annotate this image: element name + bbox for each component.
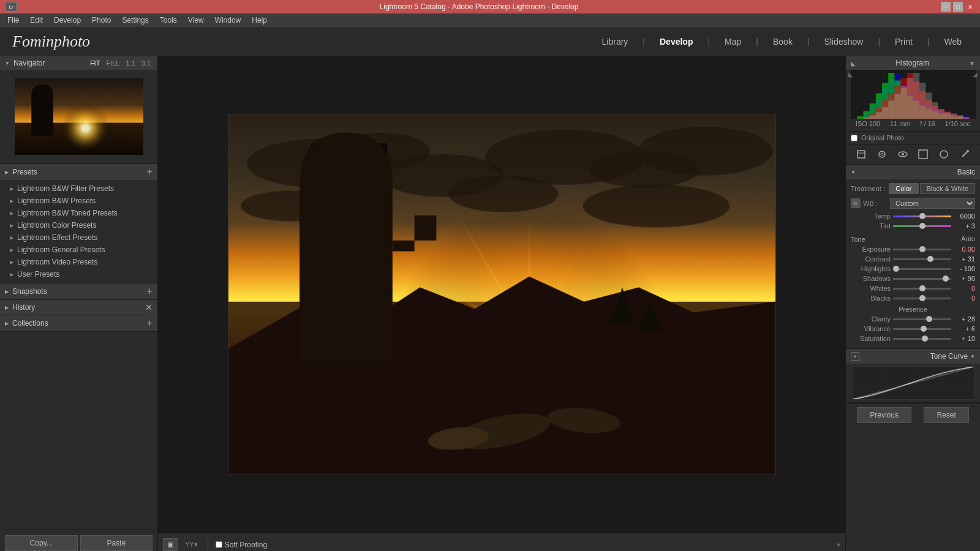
nav-fit-btn[interactable]: FIT bbox=[88, 59, 102, 67]
maximize-button[interactable]: □ bbox=[953, 2, 963, 12]
preset-label: User Presets bbox=[17, 270, 59, 279]
tone-curve-canvas[interactable] bbox=[852, 366, 974, 400]
focal-length-label: 11 mm bbox=[890, 120, 911, 127]
toolbar-expand-icon[interactable]: ▾ bbox=[837, 541, 840, 549]
nav-print[interactable]: Print bbox=[889, 34, 919, 49]
minimize-button[interactable]: ─ bbox=[941, 2, 951, 12]
menu-view[interactable]: View bbox=[183, 15, 209, 26]
list-item[interactable]: ▶ Lightroom B&W Filter Presets bbox=[0, 182, 157, 195]
wb-select[interactable]: Custom bbox=[890, 198, 975, 209]
list-item[interactable]: ▶ Lightroom General Presets bbox=[0, 244, 157, 256]
histogram-header[interactable]: ◣ Histogram ▼ bbox=[846, 56, 980, 70]
navigator-header[interactable]: ▼ Navigator FIT FILL 1:1 3:1 bbox=[0, 56, 157, 70]
blacks-slider[interactable] bbox=[893, 298, 951, 299]
auto-btn[interactable]: Auto bbox=[961, 235, 975, 242]
preset-label: Lightroom Color Presets bbox=[17, 221, 96, 230]
snapshots-title: Snapshots bbox=[12, 287, 47, 296]
titlebar: Lr Lightroom 5 Catalog - Adobe Photoshop… bbox=[0, 0, 980, 13]
list-item[interactable]: ▶ Lightroom B&W Toned Presets bbox=[0, 207, 157, 219]
menu-photo[interactable]: Photo bbox=[87, 15, 116, 26]
color-treatment-btn[interactable]: Color bbox=[889, 183, 918, 194]
copy-button[interactable]: Copy... bbox=[5, 535, 78, 551]
nav-slideshow[interactable]: Slideshow bbox=[818, 34, 870, 49]
shadows-slider[interactable] bbox=[893, 278, 951, 280]
grad-filter-icon[interactable] bbox=[916, 147, 930, 162]
list-item[interactable]: ▶ User Presets bbox=[0, 268, 157, 280]
history-header[interactable]: ▶ History ✕ bbox=[0, 300, 157, 315]
nav-book[interactable]: Book bbox=[767, 34, 799, 49]
close-button[interactable]: ✕ bbox=[965, 2, 975, 12]
clarity-slider-row: Clarity + 28 bbox=[851, 315, 975, 323]
list-item[interactable]: ▶ Lightroom Effect Presets bbox=[0, 231, 157, 244]
spot-removal-icon[interactable] bbox=[875, 147, 889, 162]
list-item[interactable]: ▶ Lightroom Color Presets bbox=[0, 219, 157, 231]
preset-label: Lightroom Effect Presets bbox=[17, 233, 97, 242]
menu-develop[interactable]: Develop bbox=[49, 15, 86, 26]
nav-1to1-btn[interactable]: 1:1 bbox=[124, 59, 137, 67]
nav-3to1-btn[interactable]: 3:1 bbox=[140, 59, 153, 67]
right-panel: ◣ Histogram ▼ ◣ ◢ ISO 100 11 mm f / 16 1… bbox=[845, 56, 980, 551]
adjustment-brush-icon[interactable] bbox=[957, 147, 972, 162]
window-controls: ─ □ ✕ bbox=[941, 2, 975, 12]
menu-help[interactable]: Help bbox=[247, 15, 272, 26]
nav-fill-btn[interactable]: FILL bbox=[104, 59, 121, 67]
preset-arrow-icon: ▶ bbox=[10, 247, 13, 253]
history-close-btn[interactable]: ✕ bbox=[145, 302, 153, 312]
saturation-slider[interactable] bbox=[893, 338, 951, 340]
menu-edit[interactable]: Edit bbox=[25, 15, 48, 26]
whites-slider[interactable] bbox=[893, 288, 951, 290]
radial-filter-icon[interactable] bbox=[937, 147, 951, 162]
nav-develop[interactable]: Develop bbox=[654, 34, 699, 49]
contrast-slider[interactable] bbox=[893, 258, 951, 260]
soft-proof-toggle[interactable]: Soft Proofing bbox=[216, 541, 267, 549]
histogram-expand-icon[interactable]: ▼ bbox=[969, 60, 975, 67]
nav-library[interactable]: Library bbox=[596, 34, 635, 49]
view-mode-button[interactable]: ▣ bbox=[163, 538, 178, 551]
vibrance-slider[interactable] bbox=[893, 328, 951, 330]
soft-proof-checkbox[interactable] bbox=[216, 541, 222, 548]
tone-curve-point-icon[interactable]: ● bbox=[851, 352, 859, 361]
crop-tool-icon[interactable] bbox=[854, 147, 869, 162]
clarity-slider[interactable] bbox=[893, 318, 951, 320]
redeye-icon[interactable] bbox=[895, 147, 910, 162]
highlights-slider[interactable] bbox=[893, 268, 951, 270]
snapshots-add-btn[interactable]: + bbox=[147, 286, 153, 297]
histogram-info: ISO 100 11 mm f / 16 1/10 sec bbox=[846, 119, 980, 129]
temp-slider[interactable] bbox=[893, 216, 951, 217]
tone-curve-header[interactable]: ● Tone Curve ▼ bbox=[846, 349, 980, 364]
tint-slider[interactable] bbox=[893, 225, 951, 227]
snapshots-header[interactable]: ▶ Snapshots + bbox=[0, 283, 157, 299]
treatment-row: Treatment : Color Black & White bbox=[851, 183, 975, 194]
center-panel: ▣ YY▾ Soft Proofing ▾ bbox=[158, 56, 845, 551]
presets-add-btn[interactable]: + bbox=[147, 167, 153, 178]
menu-window[interactable]: Window bbox=[210, 15, 246, 26]
preset-label: Lightroom B&W Filter Presets bbox=[17, 184, 114, 193]
collections-collapse-icon: ▶ bbox=[5, 321, 9, 326]
menu-tools[interactable]: Tools bbox=[155, 15, 182, 26]
collections-add-btn[interactable]: + bbox=[147, 318, 153, 329]
nav-map[interactable]: Map bbox=[718, 34, 747, 49]
top-nav: Fominphoto Library | Develop | Map | Boo… bbox=[0, 27, 980, 56]
eyedropper-icon[interactable]: ✏ bbox=[851, 198, 861, 208]
list-item[interactable]: ▶ Lightroom Video Presets bbox=[0, 256, 157, 268]
svg-point-9 bbox=[967, 150, 969, 152]
basic-panel-header[interactable]: ▼ Basic bbox=[846, 165, 980, 179]
previous-button[interactable]: Previous bbox=[857, 407, 911, 423]
exposure-slider[interactable] bbox=[893, 249, 951, 250]
paste-button[interactable]: Paste bbox=[80, 535, 153, 551]
nav-web[interactable]: Web bbox=[938, 34, 968, 49]
bw-treatment-btn[interactable]: Black & White bbox=[920, 183, 975, 194]
orig-photo-checkbox[interactable] bbox=[851, 135, 858, 141]
color-mode-selector[interactable]: YY▾ bbox=[183, 539, 200, 550]
blacks-slider-row: Blacks 0 bbox=[851, 294, 975, 302]
menu-file[interactable]: File bbox=[2, 15, 24, 26]
histogram-clip-highlight-icon[interactable]: ◢ bbox=[973, 71, 978, 78]
svg-point-5 bbox=[902, 153, 904, 156]
reset-button[interactable]: Reset bbox=[924, 407, 968, 423]
presets-header[interactable]: ▶ Presets + bbox=[0, 164, 157, 180]
blacks-label: Blacks bbox=[851, 294, 891, 302]
histogram-clip-shadow-icon[interactable]: ◣ bbox=[848, 71, 853, 78]
menu-settings[interactable]: Settings bbox=[117, 15, 153, 26]
collections-header[interactable]: ▶ Collections + bbox=[0, 315, 157, 331]
list-item[interactable]: ▶ Lightroom B&W Presets bbox=[0, 195, 157, 207]
